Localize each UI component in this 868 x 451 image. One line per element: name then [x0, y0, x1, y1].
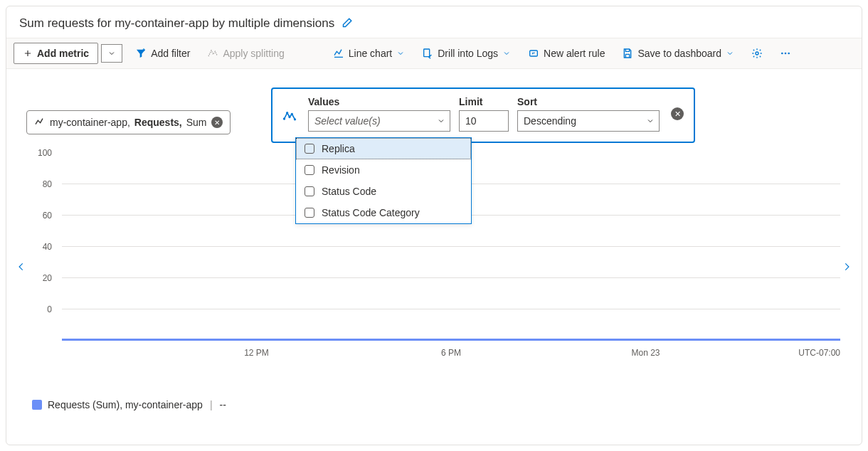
- svg-rect-0: [424, 49, 430, 57]
- apply-splitting-label: Apply splitting: [223, 48, 284, 59]
- svg-point-7: [287, 112, 288, 114]
- metric-name: Requests,: [134, 117, 182, 128]
- legend-value: --: [220, 399, 226, 410]
- save-dashboard-button[interactable]: Save to dashboard: [615, 43, 741, 63]
- dropdown-option-label: Status Code Category: [322, 207, 420, 218]
- gridline: [62, 246, 840, 247]
- svg-point-4: [785, 53, 787, 55]
- limit-input[interactable]: 10: [459, 110, 509, 132]
- dropdown-option-label: Replica: [322, 143, 355, 154]
- new-alert-label: New alert rule: [544, 48, 605, 59]
- content-area: my-container-app, Requests, Sum ✕ Values…: [6, 69, 862, 147]
- limit-column: Limit 10: [459, 96, 509, 132]
- save-icon: [622, 48, 633, 59]
- remove-metric-icon[interactable]: ✕: [211, 117, 223, 128]
- chevron-down-icon: [502, 49, 511, 58]
- values-dropdown: Replica Revision Status Code Status Code…: [295, 137, 472, 224]
- dropdown-option-label: Revision: [322, 164, 360, 176]
- gridline: [62, 277, 840, 278]
- remove-split-icon[interactable]: ✕: [671, 107, 684, 120]
- values-label: Values: [308, 96, 450, 107]
- checkbox-icon: [305, 165, 314, 175]
- metric-agg: Sum: [186, 117, 207, 128]
- limit-value: 10: [465, 115, 477, 127]
- add-filter-label: Add filter: [151, 48, 190, 59]
- x-tick: 6 PM: [441, 348, 461, 358]
- dropdown-option-revision[interactable]: Revision: [296, 159, 471, 181]
- ellipsis-icon: [780, 48, 791, 59]
- data-line: [62, 339, 840, 341]
- gear-icon: [751, 48, 763, 59]
- new-alert-button[interactable]: New alert rule: [521, 43, 612, 63]
- checkbox-icon: [305, 208, 314, 218]
- x-tick: 12 PM: [244, 348, 269, 358]
- legend-swatch: [32, 400, 42, 410]
- add-metric-chevron[interactable]: [101, 44, 122, 63]
- chart-type-button[interactable]: Line chart: [326, 43, 412, 63]
- svg-point-6: [284, 118, 285, 120]
- y-tick: 100: [38, 148, 52, 158]
- legend-label: Requests (Sum), my-container-app: [48, 399, 203, 410]
- chart-title: Sum requests for my-container-app by mul…: [19, 16, 334, 31]
- add-filter-button[interactable]: Add filter: [128, 43, 197, 63]
- drill-logs-label: Drill into Logs: [438, 48, 498, 59]
- title-row: Sum requests for my-container-app by mul…: [6, 6, 862, 38]
- drill-logs-button[interactable]: Drill into Logs: [415, 43, 518, 63]
- y-tick: 40: [43, 242, 52, 252]
- settings-button[interactable]: [744, 43, 770, 63]
- chart-type-label: Line chart: [349, 48, 392, 59]
- metric-pill[interactable]: my-container-app, Requests, Sum ✕: [26, 110, 231, 134]
- dropdown-option-status-code[interactable]: Status Code: [296, 181, 471, 202]
- dropdown-option-status-code-category[interactable]: Status Code Category: [296, 202, 471, 223]
- values-placeholder: Select value(s): [314, 115, 381, 127]
- y-tick: 0: [47, 304, 52, 314]
- add-metric-label: Add metric: [37, 48, 89, 59]
- metric-line-icon: [34, 117, 46, 128]
- sort-column: Sort Descending: [517, 96, 660, 132]
- toolbar: Add metric Add filter Apply splitting Li…: [6, 38, 862, 69]
- values-select[interactable]: Select value(s): [308, 110, 450, 132]
- dropdown-option-replica[interactable]: Replica: [296, 138, 471, 159]
- apply-splitting-button: Apply splitting: [200, 43, 291, 63]
- checkbox-icon: [305, 144, 314, 154]
- legend: Requests (Sum), my-container-app | --: [32, 399, 226, 410]
- y-tick: 80: [43, 179, 52, 189]
- legend-separator: |: [210, 399, 213, 410]
- line-chart-icon: [333, 48, 344, 59]
- limit-label: Limit: [459, 96, 509, 107]
- split-panel: Values Select value(s) Limit 10 Sort Des…: [271, 87, 695, 143]
- y-axis: 0 20 40 60 80 100: [28, 163, 56, 341]
- svg-point-2: [756, 52, 758, 55]
- checkbox-icon: [305, 186, 314, 196]
- more-button[interactable]: [773, 43, 798, 63]
- logs-icon: [422, 48, 433, 59]
- gridline: [62, 309, 840, 309]
- metric-resource: my-container-app,: [50, 117, 130, 128]
- alert-icon: [528, 48, 539, 59]
- edit-title-icon[interactable]: [340, 17, 353, 30]
- chevron-down-icon: [437, 117, 445, 125]
- chevron-down-icon: [646, 117, 655, 125]
- x-axis: 12 PM 6 PM Mon 23 UTC-07:00: [62, 348, 840, 362]
- svg-point-9: [292, 114, 293, 115]
- sort-value: Descending: [524, 115, 576, 127]
- save-dashboard-label: Save to dashboard: [637, 48, 721, 59]
- svg-point-3: [781, 53, 783, 55]
- plus-icon: [23, 48, 33, 58]
- chevron-down-icon: [396, 49, 405, 58]
- svg-point-8: [289, 117, 290, 118]
- sort-label: Sort: [517, 96, 660, 107]
- split-line-icon: [282, 108, 297, 122]
- values-column: Values Select value(s): [308, 96, 450, 132]
- timezone-label: UTC-07:00: [798, 348, 840, 358]
- splitting-icon: [207, 48, 218, 59]
- filter-icon: [135, 48, 147, 59]
- add-metric-button[interactable]: Add metric: [14, 43, 98, 64]
- svg-point-10: [295, 119, 296, 120]
- sort-select[interactable]: Descending: [517, 110, 660, 132]
- chevron-down-icon: [726, 49, 734, 58]
- x-tick: Mon 23: [631, 348, 660, 358]
- y-tick: 60: [43, 211, 52, 221]
- metrics-card: Sum requests for my-container-app by mul…: [6, 6, 862, 445]
- dropdown-option-label: Status Code: [322, 186, 376, 197]
